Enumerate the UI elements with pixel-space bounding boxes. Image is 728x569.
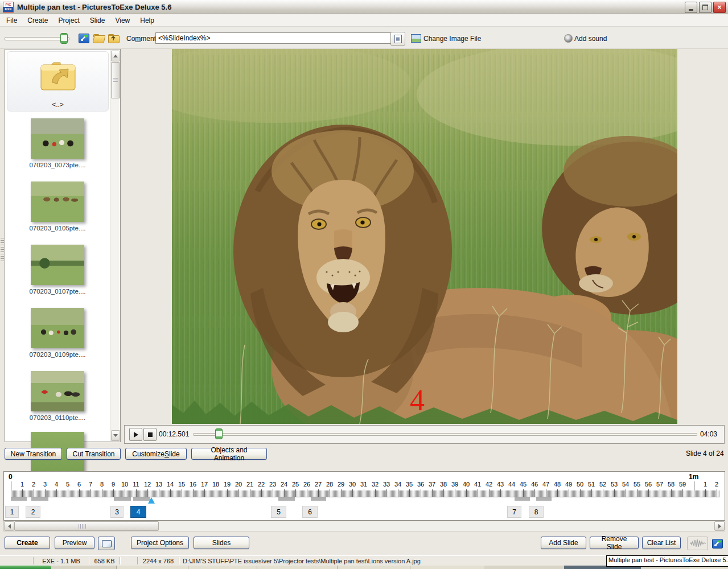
quick-preview-button[interactable]: [98, 537, 115, 550]
file-name: 070203_0110pte....: [5, 414, 110, 421]
transition-duration-bar[interactable]: [11, 497, 27, 501]
new-transition-button[interactable]: New Transition: [5, 448, 62, 460]
file-item[interactable]: 070203_0073pte....: [5, 118, 110, 168]
ruler-tick: [193, 489, 194, 497]
menu-item-create[interactable]: Create: [22, 15, 53, 26]
total-time: 04:03: [700, 430, 717, 438]
ruler-tick-label: 18: [212, 481, 219, 488]
menu-item-help[interactable]: Help: [135, 15, 159, 26]
play-button[interactable]: [129, 428, 142, 441]
slide-marker-1[interactable]: 1: [5, 506, 19, 518]
ruler-tick-label: 51: [588, 481, 595, 488]
seek-bar[interactable]: [193, 433, 697, 436]
title-bar[interactable]: PIC EXE Multiple pan test - PicturesToEx…: [0, 0, 728, 14]
timeline-scroll-thumb[interactable]: [14, 521, 159, 531]
folder-up-button[interactable]: [107, 32, 120, 44]
transition-duration-bar[interactable]: [278, 497, 295, 501]
ruler-tick-label: 22: [258, 481, 265, 488]
parent-folder-item[interactable]: <..>: [7, 51, 109, 112]
file-thumbnail[interactable]: [31, 182, 84, 222]
ruler-tick: [569, 489, 569, 497]
timeline-scrollbar[interactable]: [3, 521, 725, 531]
ruler-tick: [330, 489, 330, 497]
scroll-up-button[interactable]: [111, 51, 120, 61]
slide-marker-2[interactable]: 2: [26, 506, 40, 518]
comment-template-button[interactable]: [390, 32, 405, 46]
slide-marker-8[interactable]: 8: [529, 506, 544, 518]
file-list-scrollbar[interactable]: [110, 50, 120, 441]
ruler-tick: [125, 489, 125, 497]
file-item[interactable]: 070203_0110pte....: [5, 371, 110, 421]
restore-button[interactable]: [699, 2, 711, 13]
open-folder-button[interactable]: [92, 32, 105, 44]
transition-duration-bar[interactable]: [31, 497, 48, 501]
file-thumbnail[interactable]: [31, 118, 84, 159]
start-button[interactable]: [0, 566, 51, 569]
slide-marker-4[interactable]: 4: [130, 506, 146, 518]
slide-preview[interactable]: 4: [172, 49, 677, 424]
zoom-slider-thumb[interactable]: [60, 33, 68, 44]
menu-item-slide[interactable]: Slide: [85, 15, 110, 26]
ruler-tick: [557, 489, 558, 497]
stop-button[interactable]: [143, 428, 157, 441]
ruler-tick-label: 47: [542, 481, 549, 488]
fullscreen-preview-button[interactable]: [77, 32, 90, 44]
remove-slide-button[interactable]: Remove Slide: [590, 537, 639, 549]
ruler-tick: [238, 489, 239, 497]
transition-duration-bar[interactable]: [536, 497, 552, 501]
file-thumbnail[interactable]: [31, 245, 84, 285]
add-sound-button[interactable]: Add sound: [574, 35, 607, 43]
slides-button[interactable]: Slides: [194, 537, 249, 549]
ruler-tick-label: 38: [440, 481, 447, 488]
comment-input[interactable]: [155, 32, 391, 44]
ruler-tick-label: 17: [201, 481, 208, 488]
menu-item-file[interactable]: File: [1, 15, 22, 26]
panel-splitter-grip[interactable]: [1, 238, 4, 263]
file-thumbnail[interactable]: [31, 308, 84, 348]
close-button[interactable]: ×: [713, 2, 726, 13]
sound-waveform-button[interactable]: [687, 537, 708, 550]
project-options-button[interactable]: Project Options: [131, 537, 189, 549]
transition-duration-bar[interactable]: [114, 497, 131, 501]
file-item[interactable]: 070203_0109pte....: [5, 308, 110, 358]
scrollbar-thumb[interactable]: [111, 62, 120, 98]
fullscreen-toggle-button[interactable]: [711, 537, 723, 550]
slide-number-overlay: 4: [410, 386, 425, 415]
transition-duration-bar[interactable]: [311, 497, 326, 501]
seek-thumb[interactable]: [215, 428, 223, 439]
menu-item-project[interactable]: Project: [53, 15, 84, 26]
preview-button[interactable]: Preview: [55, 537, 94, 549]
slide-marker-6[interactable]: 6: [302, 506, 318, 518]
objects-animation-button[interactable]: Objects and Animation: [191, 448, 267, 460]
ruler-tick-label: 55: [634, 481, 640, 488]
scroll-right-button[interactable]: [714, 521, 725, 531]
file-name: 070203_0109pte....: [5, 351, 110, 358]
ruler-tick-label: 19: [224, 481, 231, 488]
scroll-down-button[interactable]: [111, 430, 120, 441]
zoom-slider[interactable]: [5, 37, 69, 40]
slide-marker-7[interactable]: 7: [507, 506, 521, 518]
add-slide-button[interactable]: Add Slide: [541, 537, 586, 549]
cut-transition-button[interactable]: Cut Transition: [67, 448, 121, 460]
ruler-tick: [591, 489, 592, 497]
ruler-tick-label: 59: [679, 481, 686, 488]
menu-item-view[interactable]: View: [110, 15, 135, 26]
change-image-button[interactable]: Change Image File: [423, 35, 481, 43]
ruler-tick: [466, 489, 467, 497]
slide-marker-3[interactable]: 3: [110, 506, 124, 518]
minimize-button[interactable]: [685, 2, 697, 13]
timeline-cursor[interactable]: [148, 497, 155, 504]
timeline-panel[interactable]: 0 1m 12345678910111213141516171819202122…: [3, 471, 725, 521]
scroll-left-button[interactable]: [4, 521, 14, 531]
customize-slide-button[interactable]: Customize Slide: [125, 448, 187, 460]
clear-list-button[interactable]: Clear List: [642, 537, 681, 549]
create-button[interactable]: Create: [5, 537, 50, 549]
ruler-tick: [386, 489, 387, 497]
file-item[interactable]: 070203_0105pte....: [5, 182, 110, 232]
ruler-tick-label: 31: [360, 481, 367, 488]
file-item[interactable]: 070203_0107pte....: [5, 245, 110, 295]
ruler-tick-label: 48: [554, 481, 561, 488]
slide-marker-5[interactable]: 5: [271, 506, 286, 518]
file-thumbnail[interactable]: [31, 371, 84, 411]
transition-duration-bar[interactable]: [515, 497, 530, 501]
